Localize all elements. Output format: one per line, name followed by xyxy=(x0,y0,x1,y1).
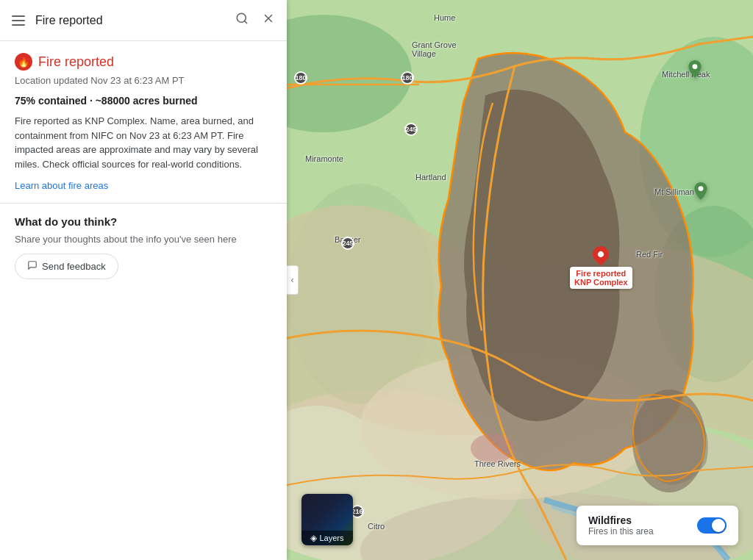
route-badge-245b: 245 xyxy=(341,235,354,250)
svg-point-15 xyxy=(693,64,698,69)
location-updated: Location updated Nov 23 at 6:23 AM PT xyxy=(15,75,272,86)
map-label-hume: Hume xyxy=(434,13,455,22)
map-label-grant-grove: Grant GroveVillage xyxy=(412,40,457,58)
map-label-mt-silliman: Mt Silliman xyxy=(654,187,694,196)
search-value: Fire reported xyxy=(35,14,225,27)
content-area: Fire reported Location updated Nov 23 at… xyxy=(0,41,287,560)
layers-label: Layers xyxy=(319,534,343,542)
map-label-miramonte: Miramonte xyxy=(305,154,343,163)
mitchell-peak-pin xyxy=(688,60,702,81)
route-badge-180b: 180 xyxy=(401,70,414,85)
feedback-button-label: Send feedback xyxy=(42,261,106,272)
fire-header: Fire reported xyxy=(15,53,272,71)
route-badge-245a: 245 xyxy=(404,121,418,136)
divider xyxy=(0,203,287,204)
layers-label-wrap: ◈ Layers xyxy=(301,531,353,545)
map-label-citro: Citro xyxy=(368,522,385,531)
wildfire-card: Wildfires Fires in this area xyxy=(577,506,738,545)
route-badge-180a: 180 xyxy=(294,70,307,85)
wildfire-row: Wildfires Fires in this area xyxy=(588,514,727,536)
map-area[interactable]: Hume Grant GroveVillage Mitchell Peak Mi… xyxy=(287,0,753,560)
svg-point-14 xyxy=(471,434,515,463)
app-container: Fire reported Fire reported Location upd… xyxy=(0,0,753,560)
layers-button[interactable]: ◈ Layers xyxy=(301,494,353,545)
left-panel: Fire reported Fire reported Location upd… xyxy=(0,0,287,560)
svg-line-1 xyxy=(244,21,246,23)
feedback-section: What do you think? Share your thoughts a… xyxy=(15,215,272,279)
feedback-description: Share your thoughts about the info you'v… xyxy=(15,234,272,245)
fire-pin-label: Fire reported KNP Complex xyxy=(570,267,632,289)
wildfire-subtitle: Fires in this area xyxy=(588,526,654,536)
collapse-panel-button[interactable]: ‹ xyxy=(287,265,299,295)
fire-description: Fire reported as KNP Complex. Name, area… xyxy=(15,114,272,171)
close-icon[interactable] xyxy=(259,9,278,32)
send-feedback-button[interactable]: Send feedback xyxy=(15,254,118,279)
map-label-mitchell-peak: Mitchell Peak xyxy=(662,70,710,79)
layers-icon: ◈ xyxy=(310,533,317,543)
map-label-hartland: Hartland xyxy=(415,173,446,182)
svg-point-16 xyxy=(699,186,704,191)
fire-pin[interactable]: Fire reported KNP Complex xyxy=(570,246,632,289)
map-label-red-fir: Red Fir xyxy=(636,250,663,259)
menu-button[interactable] xyxy=(9,12,28,29)
map-svg xyxy=(287,0,753,560)
contained-info: 75% contained · ~88000 acres burned xyxy=(15,95,272,107)
search-bar: Fire reported xyxy=(0,0,287,41)
feedback-heading: What do you think? xyxy=(15,215,272,228)
wildfire-info: Wildfires Fires in this area xyxy=(588,514,654,536)
wildfire-toggle[interactable] xyxy=(697,517,727,534)
wildfire-title: Wildfires xyxy=(588,514,654,526)
search-icon[interactable] xyxy=(232,9,251,32)
feedback-icon xyxy=(27,260,38,273)
map-label-three-rivers: Three Rivers xyxy=(474,459,521,468)
fire-title: Fire reported xyxy=(38,54,114,70)
mt-silliman-pin xyxy=(693,182,708,203)
learn-link[interactable]: Learn about fire areas xyxy=(15,180,108,191)
fire-icon xyxy=(15,53,32,71)
